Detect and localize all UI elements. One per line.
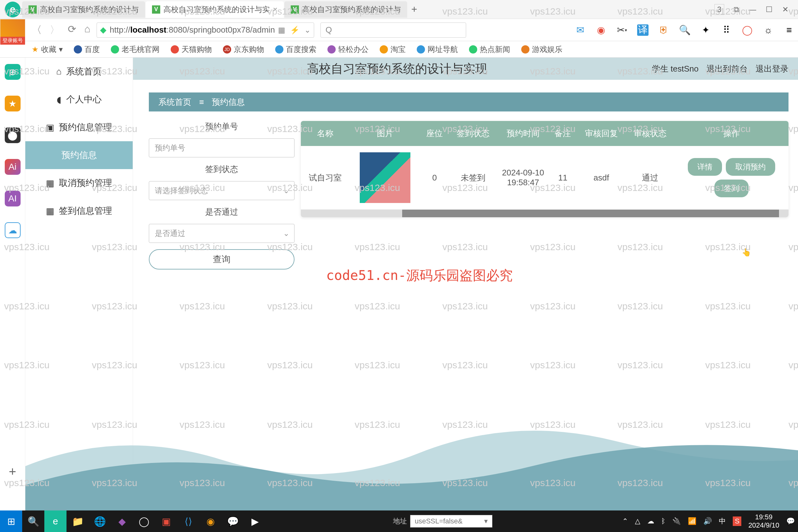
- bookmark-tmall[interactable]: 天猫购物: [171, 44, 212, 55]
- scissors-icon[interactable]: ✂▾: [616, 24, 628, 36]
- sidebar-item-booking-mgmt[interactable]: ▣预约信息管理: [25, 113, 133, 141]
- filter-label: 是否通过: [149, 207, 294, 217]
- taskbar-clock[interactable]: 19:592024/9/10: [748, 513, 779, 530]
- tray-ime-icon[interactable]: S: [733, 516, 741, 526]
- sidebar-item-home[interactable]: ⌂系统首页: [25, 58, 133, 86]
- search-icon[interactable]: 🔍: [679, 24, 690, 36]
- scrollbar-thumb[interactable]: [402, 210, 779, 217]
- tray-icon[interactable]: △: [635, 517, 640, 525]
- tray-network-icon[interactable]: 📶: [688, 517, 696, 525]
- bookmark-baidu[interactable]: 百度: [74, 44, 100, 55]
- chevron-down-icon[interactable]: ⌄: [304, 26, 311, 35]
- pass-select[interactable]: 是否通过⌄: [149, 224, 294, 243]
- rail-app-icon[interactable]: AI: [5, 191, 21, 207]
- address-input[interactable]: useSSL=false&▾: [410, 515, 492, 528]
- start-button[interactable]: ⊞: [0, 511, 22, 532]
- search-input[interactable]: Q: [321, 22, 466, 38]
- browser-logo: e: [3, 0, 22, 19]
- maximize-icon[interactable]: ☐: [766, 5, 773, 14]
- tray-ime-icon[interactable]: 中: [719, 516, 726, 526]
- bookmark-favorites[interactable]: ★收藏▾: [32, 44, 63, 55]
- home-icon[interactable]: ⌂: [84, 23, 90, 37]
- bookmark-jd[interactable]: JD京东购物: [223, 44, 264, 55]
- breadcrumb-separator: ≡: [199, 97, 204, 107]
- bookmark-game[interactable]: 游戏娱乐: [521, 44, 563, 55]
- bolt-icon[interactable]: ⚡: [290, 26, 300, 35]
- taskbar-app-icon[interactable]: ◉: [200, 511, 222, 532]
- taskbar-chrome-icon[interactable]: ◯: [133, 511, 155, 532]
- reload-icon[interactable]: ⟳: [68, 23, 76, 37]
- bookmark-taobao[interactable]: 淘宝: [380, 44, 406, 55]
- signin-button[interactable]: 签到: [715, 179, 748, 197]
- tray-notifications-icon[interactable]: 💬: [786, 517, 795, 525]
- taskbar-explorer-icon[interactable]: 📁: [66, 511, 89, 532]
- breadcrumb-home[interactable]: 系统首页: [158, 97, 191, 108]
- restore-icon[interactable]: ⧉: [734, 5, 739, 14]
- profile-icon[interactable]: ◯: [742, 24, 753, 36]
- toolbar-icons: ✉ ◉ ✂▾ 译 ⛨ 🔍 ✦ ⠿ ◯ ☼ ≡: [574, 24, 795, 36]
- minimize-icon[interactable]: —: [748, 5, 756, 14]
- sidebar-item-signin-mgmt[interactable]: ▦签到信息管理: [25, 197, 133, 225]
- menu-icon[interactable]: ≡: [783, 24, 795, 36]
- detail-button[interactable]: 详情: [688, 158, 722, 176]
- rail-app-icon[interactable]: ☁: [5, 222, 21, 238]
- tray-onedrive-icon[interactable]: ☁: [647, 517, 654, 525]
- order-number-input[interactable]: 预约单号: [149, 138, 294, 157]
- rail-app-icon[interactable]: ⊕: [5, 64, 21, 80]
- horizontal-scrollbar[interactable]: [301, 210, 788, 217]
- taskbar-wechat-icon[interactable]: 💬: [222, 511, 244, 532]
- tabs-container: V高校自习室预约系统的设计与 V高校自习室预约系统的设计与实× V高校自习室预约…: [22, 0, 708, 19]
- taskbar-app-icon[interactable]: ◆: [111, 511, 133, 532]
- taskbar-search[interactable]: 🔍: [22, 511, 44, 532]
- new-tab-button[interactable]: +: [408, 3, 420, 16]
- bookmark-lmt[interactable]: 老毛桃官网: [111, 44, 159, 55]
- shield-icon: ◆: [100, 25, 107, 35]
- cancel-booking-button[interactable]: 取消预约: [726, 158, 775, 176]
- close-icon[interactable]: ✕: [782, 5, 788, 14]
- sidebar-item-booking-info[interactable]: 预约信息: [25, 141, 133, 169]
- browser-tab[interactable]: V高校自习室预约系统的设计与: [22, 1, 145, 18]
- tray-battery-icon[interactable]: 🔌: [672, 517, 681, 525]
- signin-status-select[interactable]: 请选择签到状态⌄: [149, 181, 294, 200]
- browser-tab[interactable]: V高校自习室预约系统的设计与: [284, 1, 407, 18]
- tray-volume-icon[interactable]: 🔊: [703, 517, 712, 525]
- to-front-link[interactable]: 退出到前台: [706, 63, 748, 74]
- back-icon[interactable]: 〈: [32, 23, 42, 37]
- rail-app-icon[interactable]: ★: [5, 96, 21, 112]
- close-icon[interactable]: ×: [273, 5, 278, 14]
- apps-icon[interactable]: ⠿: [721, 24, 732, 36]
- home-icon: ⌂: [56, 66, 62, 77]
- taskbar-app-icon[interactable]: ▣: [155, 511, 177, 532]
- mail-icon[interactable]: ✉: [574, 24, 586, 36]
- forward-icon[interactable]: 〉: [50, 23, 60, 37]
- grid-icon: ▦: [46, 178, 54, 188]
- sidebar-item-profile[interactable]: ◖个人中心: [25, 86, 133, 113]
- translate-icon[interactable]: 译: [637, 24, 648, 36]
- url-input[interactable]: ◆ http://localhost:8080/springboot0px78/…: [97, 22, 314, 38]
- cell-image: [349, 146, 420, 210]
- weibo-icon[interactable]: ◉: [595, 24, 607, 36]
- rail-app-icon[interactable]: ⬤: [5, 127, 21, 143]
- tray-collapse-icon[interactable]: ⌃: [622, 517, 628, 525]
- qr-icon[interactable]: ▦: [278, 26, 285, 35]
- logout-link[interactable]: 退出登录: [756, 63, 788, 74]
- theme-icon[interactable]: ☼: [762, 24, 774, 36]
- tray-bluetooth-icon[interactable]: ᛒ: [661, 517, 665, 525]
- taskbar-app-icon[interactable]: e: [44, 511, 66, 532]
- taskbar-vscode-icon[interactable]: ⟨⟩: [177, 511, 200, 532]
- rail-app-icon[interactable]: Ai: [5, 159, 21, 175]
- table-header-row: 名称 图片 座位 签到状态 预约时间 备注 审核回复 审核状态 操作: [301, 121, 788, 146]
- bookmark-baidusearch[interactable]: 百度搜索: [275, 44, 316, 55]
- taskbar-edge-icon[interactable]: 🌐: [89, 511, 111, 532]
- taskbar-app-icon[interactable]: ▶: [244, 511, 266, 532]
- sidebar-item-cancel-mgmt[interactable]: ▦取消预约管理: [25, 169, 133, 197]
- adblock-icon[interactable]: ⛨: [658, 24, 669, 36]
- login-badge[interactable]: 登录账号: [0, 19, 25, 44]
- bookmark-office[interactable]: 轻松办公: [327, 44, 368, 55]
- bookmark-nav[interactable]: 网址导航: [417, 44, 458, 55]
- browser-tab[interactable]: V高校自习室预约系统的设计与实×: [146, 1, 284, 18]
- bookmark-hotnews[interactable]: 热点新闻: [469, 44, 510, 55]
- rail-add-button[interactable]: +: [9, 464, 16, 479]
- extension-icon[interactable]: ✦: [700, 24, 711, 36]
- query-button[interactable]: 查询: [149, 249, 294, 269]
